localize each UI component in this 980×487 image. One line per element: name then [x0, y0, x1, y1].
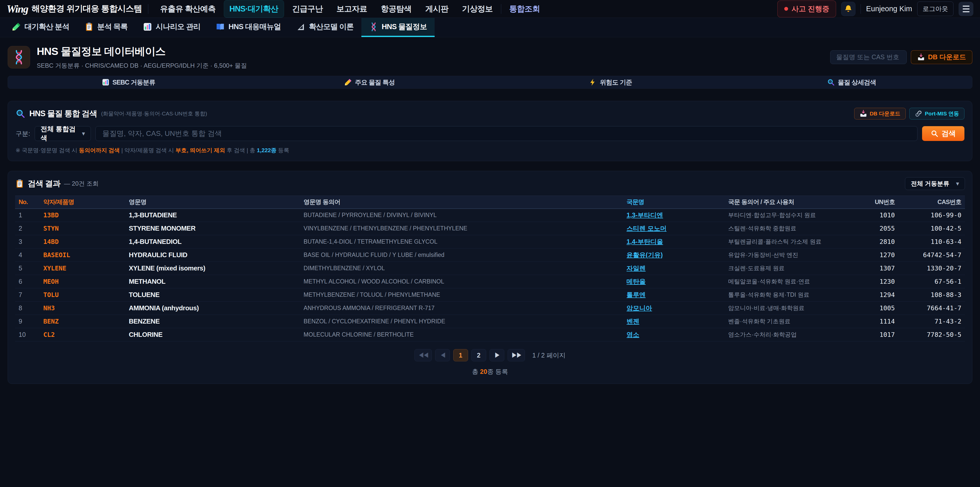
korean-name-link[interactable]: 스티렌 모노머 — [627, 225, 667, 232]
db-download-button[interactable]: DB 다운로드 — [911, 50, 972, 64]
korean-name-link[interactable]: 메탄올 — [627, 278, 646, 285]
search-hint: ※ 국문명·영문명 검색 시 동의어까지 검색 | 약자/제품명 검색 시 부호… — [16, 147, 964, 154]
cell-abbreviation: XYLENE — [40, 262, 125, 275]
cell-cas-number: 7782-50-5 — [898, 328, 965, 342]
incident-status-badge[interactable]: 사고 진행중 — [777, 0, 836, 18]
hamburger-menu-button[interactable] — [959, 2, 974, 16]
unified-search-input[interactable] — [95, 126, 918, 141]
results-title: 검색 결과 — [28, 178, 60, 189]
cell-english-synonyms: BENZOL / CYCLOHEXATRIENE / PHENYL HYDRID… — [300, 315, 623, 328]
hamburger-icon — [963, 6, 969, 6]
bar-chart-icon — [143, 22, 152, 31]
notifications-button[interactable] — [841, 2, 856, 16]
portmis-link-button[interactable]: Port-MIS 연동 — [909, 108, 964, 120]
table-row[interactable]: 1 13BD 1,3-BUTADIENE BUTADIENE / PYRROYL… — [15, 209, 965, 222]
nav-item-emergency-rescue[interactable]: 긴급구난 — [286, 0, 328, 18]
korean-name-link[interactable]: 1,3-부타디엔 — [627, 211, 663, 219]
page-subtitle: SEBC 거동분류 · CHRIS/CAMEO DB · AEGL/ERPG/I… — [37, 62, 247, 70]
db-download-button-small[interactable]: DB 다운로드 — [854, 108, 906, 120]
last-page-button[interactable]: ▶▶ — [508, 349, 525, 361]
tab-hns-response-manual[interactable]: HNS 대응매뉴얼 — [208, 18, 288, 37]
dna-icon — [11, 50, 26, 65]
cell-abbreviation: CL2 — [40, 328, 125, 342]
korean-name-link[interactable]: 1,4-부탄디올 — [627, 238, 663, 245]
cell-cas-number: 7664-41-7 — [898, 302, 965, 315]
cell-cas-number: 71-43-2 — [898, 315, 965, 328]
cell-no: 5 — [15, 262, 40, 275]
page-1-button[interactable]: 1 — [453, 349, 468, 361]
cell-english-name: TOLUENE — [125, 288, 300, 302]
header-search-input[interactable] — [830, 50, 907, 64]
cell-korean-synonyms: 암모니아·비료·냉매·화학원료 — [724, 302, 851, 315]
nav-item-weather[interactable]: 기상정보 — [457, 0, 498, 18]
cell-no: 10 — [15, 328, 40, 342]
nav-item-integrated-lookup[interactable]: 통합조회 — [504, 0, 546, 18]
category-tab-sebc-classification[interactable]: SEBC 거동분류 — [8, 76, 249, 88]
table-row[interactable]: 7 TOLU TOLUENE METHYLBENZENE / TOLUOL / … — [15, 288, 965, 302]
unified-search-panel: HNS 물질 통합 검색 (화물약어·제품명·동의어·CAS·UN번호 통합) … — [8, 101, 972, 161]
table-row[interactable]: 6 MEOH METHANOL METHYL ALCOHOL / WOOD AL… — [15, 275, 965, 288]
nav-item-reports[interactable]: 보고자료 — [331, 0, 373, 18]
cell-english-synonyms: METHYLBENZENE / TOLUOL / PHENYLMETHANE — [300, 288, 623, 302]
first-page-button[interactable]: ◀◀ — [414, 349, 432, 361]
page-2-button[interactable]: 2 — [471, 349, 486, 361]
category-tab-detail-search[interactable]: 물질 상세검색 — [731, 76, 972, 88]
cell-cas-number: 106-99-0 — [898, 209, 965, 222]
col-korean-name: 국문명 — [623, 196, 724, 209]
cell-korean-name: 스티렌 모노머 — [623, 222, 724, 235]
cell-cas-number: 108-88-3 — [898, 288, 965, 302]
korean-name-link[interactable]: 벤젠 — [627, 318, 639, 325]
korean-name-link[interactable]: 윤활유(기유) — [627, 251, 663, 259]
korean-name-link[interactable]: 톨루엔 — [627, 291, 646, 298]
cell-abbreviation: BENZ — [40, 315, 125, 328]
col-no: No. — [15, 196, 40, 209]
tab-scenario-management[interactable]: 시나리오 관리 — [135, 18, 208, 37]
tab-hns-substance-info[interactable]: HNS 물질정보 — [361, 18, 434, 37]
category-tab-risk-criteria[interactable]: 위험도 기준 — [490, 76, 731, 88]
nav-item-oil-spill[interactable]: 유출유 확산예측 — [154, 0, 221, 18]
nav-item-board[interactable]: 게시판 — [420, 0, 454, 18]
cell-un-number: 1114 — [851, 315, 898, 328]
table-row[interactable]: 8 NH3 AMMONIA (anhydrous) ANHYDROUS AMMO… — [15, 302, 965, 315]
bell-icon — [844, 5, 853, 13]
cell-no: 8 — [15, 302, 40, 315]
page-title-icon-box — [8, 46, 30, 69]
next-page-button[interactable]: ▶ — [490, 349, 504, 361]
table-row[interactable]: 5 XYLENE XYLENE (mixed isomers) DIMETHYL… — [15, 262, 965, 275]
table-row[interactable]: 3 14BD 1,4-BUTANEDIOL BUTANE-1,4-DIOL / … — [15, 235, 965, 249]
navbar-right: 사고 진행중 Eunjeong Kim 로그아웃 — [777, 0, 974, 18]
korean-name-link[interactable]: 암모니아 — [627, 304, 652, 311]
cell-abbreviation: TOLU — [40, 288, 125, 302]
cell-english-synonyms: BUTADIENE / PYRROYLENE / DIVINYL / BIVIN… — [300, 209, 623, 222]
cell-korean-name: 벤젠 — [623, 315, 724, 328]
cell-korean-name: 1,3-부타디엔 — [623, 209, 724, 222]
cell-korean-synonyms: 스틸렌·석유화학 중합원료 — [724, 222, 851, 235]
category-tab-key-properties[interactable]: 주요 물질 특성 — [249, 76, 490, 88]
search-type-label: 구분: — [16, 129, 30, 138]
user-name: Eunjeong Kim — [866, 5, 912, 13]
cell-no: 4 — [15, 249, 40, 262]
cell-korean-synonyms: 염소가스·수처리·화학공업 — [724, 328, 851, 342]
logout-button[interactable]: 로그아웃 — [917, 2, 953, 16]
nav-item-hns-dispersion[interactable]: HNS·대기확산 — [224, 0, 284, 18]
korean-name-link[interactable]: 자일렌 — [627, 265, 646, 272]
cell-english-name: CHLORINE — [125, 328, 300, 342]
table-row[interactable]: 10 CL2 CHLORINE MOLECULAR CHLORINE / BER… — [15, 328, 965, 342]
tab-dispersion-model-theory[interactable]: 확산모델 이론 — [288, 18, 361, 37]
behavior-class-filter-select[interactable]: 전체 거동분류 ▾ — [905, 177, 965, 190]
previous-page-button[interactable]: ◀ — [435, 349, 450, 361]
search-panel-note: (화물약어·제품명·동의어·CAS·UN번호 통합) — [101, 110, 207, 117]
search-button[interactable]: 검색 — [922, 126, 964, 141]
nav-item-aerial-search[interactable]: 항공탐색 — [375, 0, 417, 18]
korean-name-link[interactable]: 염소 — [627, 331, 639, 338]
table-row[interactable]: 4 BASEOIL HYDRAULIC FLUID BASE OIL / HYD… — [15, 249, 965, 262]
cell-english-name: 1,4-BUTANEDIOL — [125, 235, 300, 249]
table-row[interactable]: 9 BENZ BENZENE BENZOL / CYCLOHEXATRIENE … — [15, 315, 965, 328]
app-logo[interactable]: Wing 해양환경 위기대응 통합시스템 — [6, 3, 142, 15]
main-menu: 유출유 확산예측 HNS·대기확산 긴급구난 보고자료 항공탐색 게시판 기상정… — [154, 0, 546, 18]
clipboard-icon — [15, 179, 24, 188]
tab-air-dispersion-analysis[interactable]: 대기확산 분석 — [4, 18, 77, 37]
tab-analysis-list[interactable]: 분석 목록 — [77, 18, 135, 37]
search-type-select[interactable]: 전체 통합검색 ▾ — [35, 126, 91, 141]
table-row[interactable]: 2 STYN STYRENE MONOMER VINYLBENZENE / ET… — [15, 222, 965, 235]
